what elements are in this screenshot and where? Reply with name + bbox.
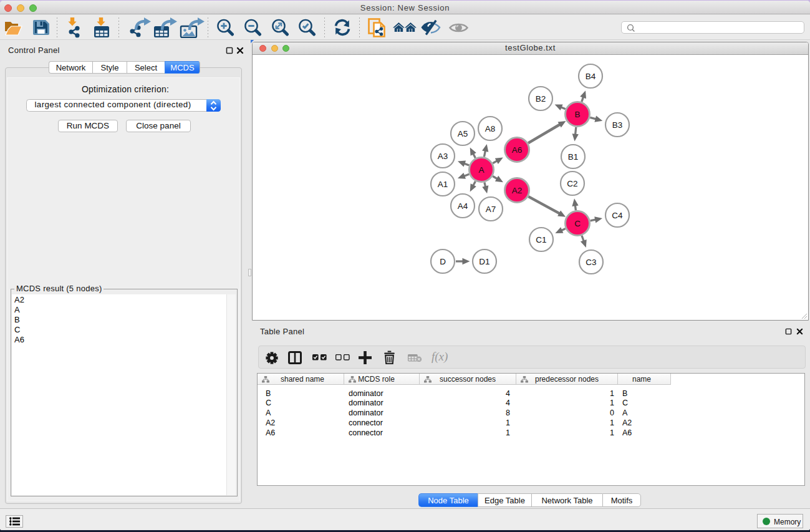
svg-text:A5: A5 xyxy=(458,129,468,138)
svg-text:A1: A1 xyxy=(438,180,448,189)
svg-text:B4: B4 xyxy=(586,72,596,81)
svg-text:A8: A8 xyxy=(485,124,496,133)
svg-text:C2: C2 xyxy=(567,179,577,188)
svg-text:A7: A7 xyxy=(486,205,496,214)
svg-text:B3: B3 xyxy=(612,120,623,130)
svg-text:C: C xyxy=(574,219,581,228)
svg-text:B2: B2 xyxy=(536,94,546,104)
svg-text:D: D xyxy=(440,257,446,266)
svg-text:A: A xyxy=(478,165,484,175)
svg-text:C1: C1 xyxy=(536,235,546,244)
svg-text:B1: B1 xyxy=(568,152,579,162)
svg-text:C3: C3 xyxy=(586,258,596,267)
svg-text:A3: A3 xyxy=(438,152,448,161)
svg-text:C4: C4 xyxy=(612,211,623,220)
svg-text:A2: A2 xyxy=(512,186,523,195)
svg-text:D1: D1 xyxy=(479,257,489,266)
svg-text:B: B xyxy=(574,110,580,119)
svg-text:A4: A4 xyxy=(458,201,468,211)
svg-text:A6: A6 xyxy=(512,145,523,155)
